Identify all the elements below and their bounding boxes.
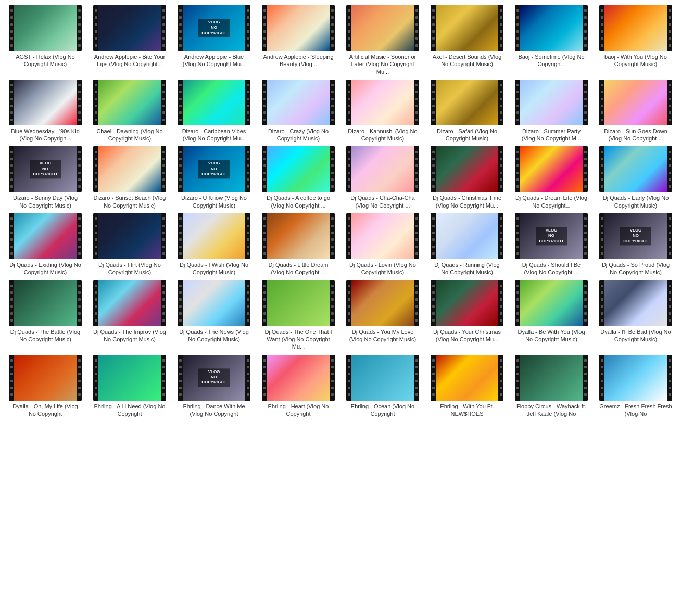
list-item[interactable]: Blue Wednesday - '90s Kid (Vlog No Copyr… (5, 80, 85, 143)
list-item[interactable]: Dj Quads - The Improv (Vlog No Copyright… (90, 280, 170, 351)
list-item[interactable]: Dj Quads - Running (Vlog No Copyright Mu… (427, 213, 507, 276)
thumbnail-wrapper (515, 146, 588, 192)
list-item[interactable]: Dyalla - I'll Be Bad (Vlog No Copyright … (596, 280, 676, 351)
list-item[interactable]: Dj Quads - I Wish (Vlog No Copyright Mus… (174, 213, 254, 276)
list-item[interactable]: Dizaro - Sun Goes Down (Vlog No Copyrigh… (596, 80, 676, 143)
film-hole (415, 23, 418, 26)
list-item[interactable]: Floppy Circus - Wayback ft. Jeff Kaale (… (511, 355, 591, 418)
list-item[interactable]: AGST - Relax (Vlog No Copyright Music) (5, 5, 85, 75)
list-item[interactable]: Ehrling - Ocean (Vlog No Copyright (343, 355, 423, 418)
film-hole (500, 252, 502, 255)
film-holes-right (667, 213, 672, 259)
thumbnail-wrapper (93, 280, 166, 326)
thumbnail-wrapper (93, 146, 166, 192)
list-item[interactable]: Andrew Applepie - Bite Your Lips (Vlog N… (90, 5, 170, 75)
film-hole (500, 105, 502, 107)
film-hole (500, 172, 502, 174)
list-item[interactable]: VLOGNO COPYRIGHT Dj Quads - So Proud (Vl… (596, 213, 676, 276)
list-item[interactable]: Dizaro - Sunset Beach (Vlog No Copyright… (90, 146, 170, 209)
list-item[interactable]: Dj Quads - The Battle (Vlog No Copyright… (5, 280, 85, 351)
film-holes-left (515, 80, 520, 125)
thumbnail-wrapper (599, 355, 672, 401)
list-item[interactable]: VLOGNO COPYRIGHT Dj Quads - Should I Be … (511, 213, 591, 276)
list-item[interactable]: Dj Quads - Lovin (Vlog No Copyright Musi… (343, 213, 423, 276)
thumbnail-color (98, 280, 161, 326)
list-item[interactable]: Dizaro - Kannushi (Vlog No Copyright Mus… (343, 80, 423, 143)
film-hole (247, 238, 249, 241)
film-hole (331, 380, 334, 382)
list-item[interactable]: Dj Quads - Little Dream (Vlog No Copyrig… (258, 213, 338, 276)
list-item[interactable]: Dizaro - Safari (Vlog No Copyright Music… (427, 80, 507, 143)
list-item[interactable]: Chaël - Dawning (Vlog No Copyright Music… (90, 80, 170, 143)
thumbnail-color (436, 213, 498, 259)
list-item[interactable]: VLOGNO COPYRIGHT Dizaro - Sunny Day (Vlo… (5, 146, 85, 209)
film-hole (331, 252, 334, 255)
list-item[interactable]: Axel - Desert Sounds (Vlog No Copyright … (427, 5, 507, 75)
film-hole (584, 111, 587, 114)
list-item[interactable]: Dj Quads - Dream Life (Vlog No Copyright… (511, 146, 591, 209)
list-item[interactable]: Dj Quads - Cha-Cha-Cha (Vlog No Copyrigh… (343, 146, 423, 209)
film-hole (10, 151, 13, 153)
list-item[interactable]: Dj Quads - Exiding (Vlog No Copyright Mu… (5, 213, 85, 276)
film-hole (669, 232, 671, 234)
item-label: Dizaro - Summer Party (Vlog No Copyright… (515, 127, 588, 143)
film-holes-left (93, 80, 98, 125)
film-hole (601, 119, 603, 121)
film-hole (432, 232, 435, 234)
thumbnail-wrapper (262, 355, 335, 401)
list-item[interactable]: Dj Quads - Flirt (Vlog No Copyright Musi… (90, 213, 170, 276)
list-item[interactable]: Dyalla - Oh, My Life (Vlog No Copyright (5, 355, 85, 418)
list-item[interactable]: VLOGNO COPYRIGHT Andrew Applepie - Blue … (174, 5, 254, 75)
list-item[interactable]: Baoj - Sometime (Vlog No Copyrigh... (511, 5, 591, 75)
list-item[interactable]: Dj Quads - You My Love (Vlog No Copyrigh… (343, 280, 423, 351)
film-hole (10, 285, 13, 287)
film-hole (669, 305, 671, 308)
film-strip: VLOGNO COPYRIGHT (515, 213, 588, 259)
list-item[interactable]: Dj Quads - Early (Vlog No Copyright Musi… (596, 146, 676, 209)
list-item[interactable]: Artificial Music - Sooner or Later (Vlog… (343, 5, 423, 75)
list-item[interactable]: Dizaro - Crazy (Vlog No Copyright Music) (258, 80, 338, 143)
film-hole (601, 185, 603, 188)
film-hole (432, 285, 435, 287)
item-label: Dj Quads - Early (Vlog No Copyright Musi… (599, 194, 672, 209)
item-label: AGST - Relax (Vlog No Copyright Music) (9, 53, 82, 68)
list-item[interactable]: Dj Quads - Christmas Time (Vlog No Copyr… (427, 146, 507, 209)
film-hole (331, 217, 334, 220)
list-item[interactable]: Ehrling - Heart (Vlog No Copyright (258, 355, 338, 418)
film-strip (93, 146, 166, 192)
film-hole (516, 91, 519, 93)
list-item[interactable]: Greemz - Fresh Fresh Fresh (Vlog No (596, 355, 676, 418)
list-item[interactable]: VLOGNO COPYRIGHT Dizaro - U Know (Vlog N… (174, 146, 254, 209)
list-item[interactable]: Dj Quads - Your Christmas (Vlog No Copyr… (427, 280, 507, 351)
item-label: Dj Quads - Little Dream (Vlog No Copyrig… (262, 261, 335, 276)
film-hole (415, 105, 418, 107)
film-hole (95, 387, 97, 389)
list-item[interactable]: Dj Quads - The One That I Want (Vlog No … (258, 280, 338, 351)
film-holes-right (414, 280, 419, 326)
list-item[interactable]: VLOGNO COPYRIGHT Ehrling - Dance With Me… (174, 355, 254, 418)
list-item[interactable]: Dj Quads - The News (Vlog No Copyright M… (174, 280, 254, 351)
list-item[interactable]: Dizaro - Summer Party (Vlog No Copyright… (511, 80, 591, 143)
list-item[interactable]: Ehrling - With You Ft. NEW$HOES (427, 355, 507, 418)
film-hole (95, 298, 97, 301)
film-holes-left (93, 146, 98, 192)
film-hole (348, 298, 350, 301)
film-hole (516, 246, 519, 248)
thumbnail-wrapper (9, 280, 82, 326)
film-hole (584, 105, 587, 107)
film-hole (179, 151, 182, 153)
list-item[interactable]: baoj - With You (Vlog No Copyright Music… (596, 5, 676, 75)
film-hole (263, 225, 266, 227)
list-item[interactable]: Dj Quads - A coffee to go (Vlog No Copyr… (258, 146, 338, 209)
film-hole (500, 285, 502, 287)
list-item[interactable]: Andrew Applepie - Sleeping Beauty (Vlog.… (258, 5, 338, 75)
film-hole (263, 30, 266, 33)
list-item[interactable]: Dyalla - Be With You (Vlog No Copyright … (511, 280, 591, 351)
film-hole (247, 232, 249, 234)
list-item[interactable]: Ehrling - All I Need (Vlog No Copyright (90, 355, 170, 418)
film-hole (601, 387, 603, 389)
film-hole (516, 164, 519, 167)
film-holes-left (178, 280, 183, 326)
list-item[interactable]: Dizaro - Caribbean Vibes (Vlog No Copyri… (174, 80, 254, 143)
film-hole (348, 359, 350, 362)
